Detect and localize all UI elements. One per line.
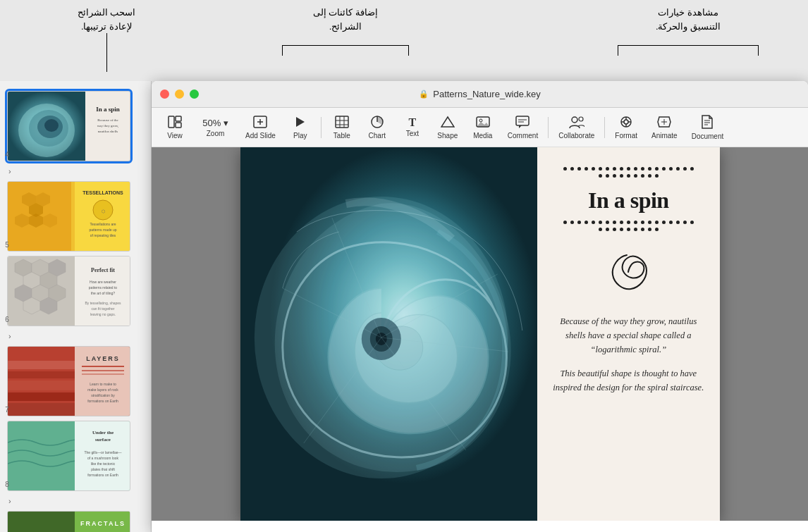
- play-icon: [294, 116, 307, 130]
- svg-text:LAYERS: LAYERS: [86, 355, 120, 362]
- svg-text:of a mushroom look: of a mushroom look: [87, 456, 118, 460]
- svg-rect-47: [8, 361, 75, 369]
- zoom-value: 50% ▾: [202, 118, 228, 128]
- thumbnail-svg-5: TESSELLATIONS ⬡ Tessellations are patter…: [8, 182, 130, 252]
- collaborate-icon: [569, 116, 584, 130]
- shape-label: Shape: [437, 132, 458, 140]
- svg-text:Learn to make to: Learn to make to: [90, 382, 116, 386]
- svg-text:make layers of rock: make layers of rock: [87, 388, 118, 392]
- svg-text:stratification by: stratification by: [91, 393, 115, 397]
- svg-point-106: [579, 117, 583, 121]
- toolbar-document[interactable]: Document: [685, 111, 731, 144]
- slide-thumbnail: Perfect fit How are weather patterns rel…: [7, 256, 130, 326]
- svg-text:By tessellating, shapes: By tessellating, shapes: [85, 301, 121, 305]
- play-label: Play: [293, 132, 307, 140]
- comment-icon: [515, 116, 530, 130]
- svg-rect-83: [169, 116, 174, 128]
- annotations-overlay: اسحب الشرائحلإعادة ترتيبها. إضافة كائنات…: [0, 0, 808, 81]
- thumbnail-svg-6: Perfect fit How are weather patterns rel…: [8, 256, 130, 326]
- format-icon: [619, 116, 633, 130]
- nautilus-svg: [240, 147, 538, 521]
- annotation-add-entities: إضافة كائنات إلىالشرائح.: [275, 6, 416, 33]
- view-icon: [168, 116, 182, 130]
- toolbar: View 50% ▾ Zoom Add Slide: [152, 108, 808, 147]
- svg-text:of repeating tiles: of repeating tiles: [90, 233, 116, 237]
- svg-text:plates that shift: plates that shift: [91, 467, 115, 471]
- svg-rect-72: [8, 512, 75, 532]
- toolbar-chart[interactable]: Chart: [360, 111, 395, 144]
- slide-thumbnail: Under the surface The gills—or lamellae—…: [7, 421, 130, 491]
- close-button[interactable]: [160, 89, 169, 99]
- slide-item[interactable]: LAYERS Learn to make to make layers of r…: [7, 346, 144, 416]
- slide-item[interactable]: Perfect fit How are weather patterns rel…: [7, 256, 144, 326]
- toolbar-divider-2: [548, 117, 549, 138]
- svg-marker-100: [477, 122, 489, 127]
- slide-canvas[interactable]: In a spin: [240, 147, 720, 521]
- svg-marker-89: [296, 117, 305, 127]
- svg-rect-50: [8, 392, 75, 401]
- toolbar-table[interactable]: Table: [324, 111, 360, 144]
- svg-text:leaving no gaps.: leaving no gaps.: [90, 312, 116, 316]
- slide-number: 7: [1, 406, 13, 414]
- toolbar-media[interactable]: Media: [465, 111, 501, 144]
- canvas-area: In a spin: [152, 147, 808, 521]
- slide-panel: In a spin Because of the way they grow, …: [0, 81, 152, 532]
- format-label: Format: [615, 132, 637, 140]
- text-icon: T: [408, 117, 416, 128]
- view-label: View: [167, 132, 183, 140]
- maximize-button[interactable]: [190, 89, 199, 99]
- slide-group-arrow[interactable]: ›: [0, 330, 151, 342]
- slide-image-area: [240, 147, 538, 521]
- slide-body-text-1: Because of the way they grow, nautilus s…: [553, 314, 704, 357]
- add-slide-label: Add Slide: [245, 132, 276, 140]
- zoom-label: Zoom: [207, 130, 225, 137]
- svg-text:nautilus shells: nautilus shells: [98, 130, 118, 133]
- toolbar-play[interactable]: Play: [283, 111, 318, 144]
- svg-text:Under the: Under the: [92, 430, 114, 435]
- add-slide-icon: [253, 116, 267, 130]
- svg-text:the art of tiling?: the art of tiling?: [91, 291, 115, 295]
- svg-text:surface: surface: [95, 437, 111, 443]
- toolbar-animate[interactable]: Animate: [644, 111, 685, 144]
- slide-item[interactable]: FRACTALS Fractal patterns repeat at ever…: [7, 511, 144, 532]
- document-label: Document: [692, 132, 724, 140]
- slide-number: 8: [1, 481, 13, 488]
- svg-text:Because of the: Because of the: [97, 118, 118, 122]
- thumbnail-svg-8: Under the surface The gills—or lamellae—…: [8, 421, 130, 491]
- svg-rect-101: [516, 116, 529, 125]
- toolbar-zoom[interactable]: 50% ▾ Zoom: [192, 111, 238, 144]
- slide-thumbnail: In a spin Because of the way they grow, …: [7, 91, 130, 161]
- svg-text:The gills—or lamellae—: The gills—or lamellae—: [84, 450, 121, 454]
- svg-text:Tessellations are: Tessellations are: [90, 222, 116, 226]
- toolbar-divider-3: [604, 117, 605, 138]
- slide-thumbnail: TESSELLATIONS ⬡ Tessellations are patter…: [7, 181, 130, 252]
- svg-text:formations on Earth: formations on Earth: [87, 473, 118, 477]
- svg-text:FRACTALS: FRACTALS: [80, 520, 126, 527]
- toolbar-collaborate[interactable]: Collaborate: [551, 111, 601, 144]
- slide-item[interactable]: In a spin Because of the way they grow, …: [7, 91, 144, 161]
- slide-group-arrow[interactable]: ›: [0, 495, 151, 507]
- svg-text:patterns made up: patterns made up: [90, 228, 117, 232]
- toolbar-comment[interactable]: Comment: [501, 111, 545, 144]
- slide-item[interactable]: TESSELLATIONS ⬡ Tessellations are patter…: [7, 181, 144, 252]
- toolbar-text[interactable]: T Text: [395, 111, 430, 144]
- slide-group-arrow[interactable]: ›: [0, 166, 151, 177]
- toolbar-shape[interactable]: Shape: [430, 111, 465, 144]
- document-icon: [701, 115, 714, 131]
- slide-item[interactable]: Under the surface The gills—or lamellae—…: [7, 421, 144, 491]
- minimize-button[interactable]: [175, 89, 184, 99]
- chart-label: Chart: [369, 132, 386, 140]
- svg-point-99: [479, 119, 482, 122]
- svg-text:⬡: ⬡: [102, 209, 105, 214]
- spiral-icon: [600, 244, 656, 303]
- toolbar-format[interactable]: Format: [608, 111, 644, 144]
- toolbar-add-slide[interactable]: Add Slide: [238, 111, 283, 144]
- main-window: 🔒 Patterns_Nature_wide.key View 50% ▾ Zo…: [152, 81, 808, 532]
- media-icon: [476, 116, 490, 130]
- svg-point-108: [624, 120, 628, 124]
- window-title: 🔒 Patterns_Nature_wide.key: [419, 89, 540, 99]
- toolbar-view[interactable]: View: [157, 111, 192, 144]
- svg-text:Perfect fit: Perfect fit: [91, 267, 115, 273]
- table-label: Table: [333, 132, 350, 140]
- annotation-view-options: مشاهدة خياراتالتنسيق والحركة.: [611, 6, 766, 33]
